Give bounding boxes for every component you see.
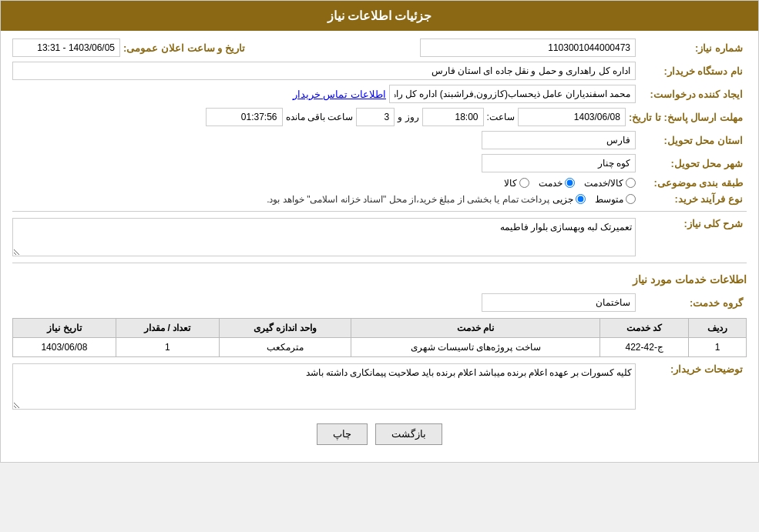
purchase-type-note: پرداخت تمام یا بخشی از مبلغ خرید،از محل … xyxy=(267,194,549,205)
category-kala-item: کالا xyxy=(504,178,529,189)
category-kala-label: کالا xyxy=(504,178,517,189)
deadline-time-label: ساعت: xyxy=(487,112,515,122)
deadline-label: مهلت ارسال پاسخ: تا تاریخ: xyxy=(629,112,747,123)
city-label: شهر محل تحویل: xyxy=(639,158,747,169)
service-group-input[interactable] xyxy=(482,293,636,312)
content-area: شماره نیاز: تاریخ و ساعت اعلان عمومی: نا… xyxy=(1,31,758,462)
col-row-num: ردیف xyxy=(689,319,747,338)
row-category: طبقه بندی موضوعی: کالا/خدمت خدمت کالا xyxy=(12,177,747,189)
purchase-type-motavaset-radio[interactable] xyxy=(626,194,636,204)
row-service-group: گروه خدمت: xyxy=(12,293,747,312)
col-service-code: کد خدمت xyxy=(600,319,689,338)
col-quantity: تعداد / مقدار xyxy=(116,319,219,338)
buyer-notes-label: توضیحات خریدار: xyxy=(639,363,747,375)
category-khadamat-label: خدمت xyxy=(539,178,563,189)
purchase-type-motavaset-item: متوسط xyxy=(595,194,636,205)
purchase-type-jozvi-label: جزیی xyxy=(552,194,573,205)
purchase-type-jozvi-item: جزیی xyxy=(552,194,586,205)
creator-label: ایجاد کننده درخواست: xyxy=(639,89,747,100)
category-kala-radio[interactable] xyxy=(519,178,529,188)
buttons-row: بازگشت چاپ xyxy=(12,414,747,454)
page-header: جزئیات اطلاعات نیاز xyxy=(1,1,758,31)
contact-link[interactable]: اطلاعات تماس خریدار xyxy=(293,89,386,100)
deadline-time-input[interactable] xyxy=(422,108,484,126)
purchase-type-radio-group: متوسط جزیی xyxy=(552,194,636,205)
category-label: طبقه بندی موضوعی: xyxy=(639,177,747,189)
row-description: شرح کلی نیاز: xyxy=(12,218,747,256)
service-group-label: گروه خدمت: xyxy=(639,297,747,309)
deadline-days-input[interactable] xyxy=(356,108,395,126)
back-button[interactable]: بازگشت xyxy=(375,423,442,445)
row-buyer-org: نام دستگاه خریدار: xyxy=(12,62,747,80)
page-title: جزئیات اطلاعات نیاز xyxy=(327,9,432,22)
col-service-name: نام خدمت xyxy=(351,319,599,338)
description-textarea[interactable] xyxy=(12,218,636,256)
need-number-input[interactable] xyxy=(420,38,636,57)
deadline-days-label: روز و xyxy=(398,112,418,122)
description-label: شرح کلی نیاز: xyxy=(639,218,747,229)
buyer-notes-textarea[interactable] xyxy=(12,363,636,410)
row-purchase-type: نوع فرآیند خرید: متوسط جزیی پرداخت تمام … xyxy=(12,193,747,205)
services-table-container: ردیف کد خدمت نام خدمت واحد اندازه گیری ت… xyxy=(12,318,747,357)
category-radio-group: کالا/خدمت خدمت کالا xyxy=(504,178,636,189)
remaining-time-input[interactable] xyxy=(206,108,283,126)
row-province: استان محل تحویل: xyxy=(12,131,747,149)
row-creator: ایجاد کننده درخواست: اطلاعات تماس خریدار xyxy=(12,85,747,103)
buyer-org-input[interactable] xyxy=(12,62,636,80)
announce-datetime-input[interactable] xyxy=(12,38,120,57)
province-label: استان محل تحویل: xyxy=(639,135,747,146)
col-date: تاریخ نیاز xyxy=(13,319,116,338)
divider-2 xyxy=(12,263,747,263)
row-city: شهر محل تحویل: xyxy=(12,154,747,172)
print-button[interactable]: چاپ xyxy=(317,423,368,445)
category-kala-khadamat-radio[interactable] xyxy=(626,178,636,188)
table-header-row: ردیف کد خدمت نام خدمت واحد اندازه گیری ت… xyxy=(13,319,747,338)
province-input[interactable] xyxy=(482,131,636,149)
need-number-label: شماره نیاز: xyxy=(639,42,747,54)
buyer-org-label: نام دستگاه خریدار: xyxy=(639,65,747,77)
row-buyer-notes: توضیحات خریدار: xyxy=(12,363,747,410)
divider-1 xyxy=(12,211,747,212)
city-input[interactable] xyxy=(482,154,636,172)
deadline-date-input[interactable] xyxy=(518,108,626,126)
category-khadamat-item: خدمت xyxy=(539,178,575,189)
col-unit: واحد اندازه گیری xyxy=(219,319,351,338)
remaining-label: ساعت باقی مانده xyxy=(286,112,354,122)
row-deadline: مهلت ارسال پاسخ: تا تاریخ: ساعت: روز و س… xyxy=(12,108,747,126)
creator-input[interactable] xyxy=(389,85,636,103)
purchase-type-jozvi-radio[interactable] xyxy=(576,194,586,204)
purchase-type-motavaset-label: متوسط xyxy=(595,194,623,205)
table-row: 1ج-42-422ساخت پروژه‌های تاسیسات شهریمترم… xyxy=(13,338,747,357)
services-table: ردیف کد خدمت نام خدمت واحد اندازه گیری ت… xyxy=(12,318,747,357)
page-container: جزئیات اطلاعات نیاز شماره نیاز: تاریخ و … xyxy=(0,0,759,463)
announce-datetime-label: تاریخ و ساعت اعلان عمومی: xyxy=(123,42,249,54)
row-need-number: شماره نیاز: تاریخ و ساعت اعلان عمومی: xyxy=(12,38,747,57)
category-khadamat-radio[interactable] xyxy=(565,178,575,188)
category-kala-khadamat-item: کالا/خدمت xyxy=(584,178,636,189)
category-kala-khadamat-label: کالا/خدمت xyxy=(584,178,623,189)
services-section-title: اطلاعات خدمات مورد نیاز xyxy=(12,269,747,289)
purchase-type-label: نوع فرآیند خرید: xyxy=(639,193,747,205)
